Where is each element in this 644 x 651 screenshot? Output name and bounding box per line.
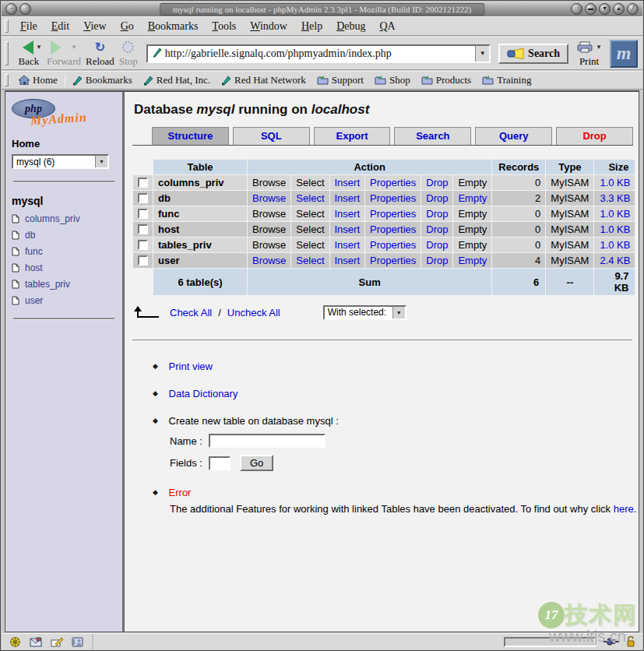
menu-window[interactable]: Window [243, 19, 294, 34]
table-name-input[interactable] [209, 434, 326, 448]
menu-tools[interactable]: Tools [205, 19, 243, 34]
back-button[interactable]: ▼ Back [13, 39, 44, 69]
menu-qa[interactable]: QA [372, 19, 402, 34]
drop-link[interactable]: Drop [426, 192, 448, 204]
insert-link[interactable]: Insert [335, 239, 361, 251]
go-button[interactable]: Go [240, 455, 273, 471]
window-shade-icon[interactable]: ▬ [585, 3, 596, 15]
sidebar-item-tables_priv[interactable]: tables_priv [12, 279, 116, 290]
tab-structure[interactable]: Structure [152, 127, 229, 145]
search-button[interactable]: Search [498, 44, 568, 64]
personal-toolbar-grippy[interactable] [5, 74, 9, 87]
drop-link[interactable]: Drop [426, 208, 448, 220]
forward-button[interactable]: ▼ Forward [44, 39, 83, 69]
drop-link[interactable]: Drop [426, 223, 448, 235]
menu-bookmarks[interactable]: Bookmarks [141, 19, 206, 34]
print-view-link[interactable]: Print view [169, 361, 213, 372]
drop-link[interactable]: Drop [426, 239, 448, 251]
tab-export[interactable]: Export [314, 127, 391, 145]
menubar-grippy[interactable] [5, 19, 9, 33]
drop-link[interactable]: Drop [426, 177, 448, 188]
row-checkbox[interactable] [138, 178, 148, 188]
menu-edit[interactable]: Edit [44, 19, 76, 34]
insert-link[interactable]: Insert [335, 177, 361, 188]
properties-link[interactable]: Properties [370, 192, 416, 204]
bookmark-home[interactable]: Home [13, 72, 63, 89]
browse-link[interactable]: Browse [252, 255, 286, 266]
bookmark-redhat-inc[interactable]: Red Hat, Inc. [138, 72, 216, 89]
window-raise-icon[interactable]: ▲ [613, 3, 625, 15]
properties-link[interactable]: Properties [370, 223, 416, 235]
menu-view[interactable]: View [76, 19, 114, 34]
security-lock-icon[interactable] [625, 636, 636, 647]
uncheck-all-link[interactable]: Uncheck All [227, 307, 280, 318]
online-plug-icon[interactable] [604, 637, 619, 646]
forward-dropdown-icon[interactable]: ▼ [71, 44, 77, 51]
window-lower-icon[interactable]: ▼ [599, 3, 611, 15]
size-link[interactable]: 1.0 KB [600, 239, 630, 251]
properties-link[interactable]: Properties [370, 255, 416, 266]
address-book-icon[interactable] [72, 637, 83, 647]
composer-icon[interactable] [51, 637, 63, 647]
sidebar-item-columns_priv[interactable]: columns_priv [12, 213, 116, 224]
tab-drop[interactable]: Drop [556, 127, 633, 145]
menu-file[interactable]: File [13, 19, 44, 34]
select-link[interactable]: Select [296, 192, 324, 204]
with-selected-select[interactable]: With selected: ▼ [323, 305, 406, 320]
sidebar-item-func[interactable]: func [12, 246, 116, 257]
bookmark-bookmarks[interactable]: Bookmarks [67, 72, 138, 89]
insert-link[interactable]: Insert [335, 255, 361, 266]
fields-count-input[interactable] [209, 456, 231, 470]
row-checkbox[interactable] [138, 240, 148, 250]
row-checkbox[interactable] [138, 193, 148, 203]
drop-link[interactable]: Drop [426, 255, 448, 266]
sidebar-item-db[interactable]: db [12, 230, 116, 241]
tab-sql[interactable]: SQL [233, 127, 310, 145]
database-select[interactable]: mysql (6) ▼ [12, 154, 109, 169]
stop-button[interactable]: Stop [117, 39, 140, 69]
menu-debug[interactable]: Debug [329, 19, 372, 34]
window-maximize-icon[interactable]: ∷ [571, 3, 582, 15]
properties-link[interactable]: Properties [370, 208, 416, 220]
row-checkbox[interactable] [138, 255, 148, 266]
menu-help[interactable]: Help [294, 19, 329, 34]
properties-link[interactable]: Properties [370, 239, 416, 251]
data-dictionary-link[interactable]: Data Dictionary [169, 388, 238, 399]
size-link[interactable]: 2.4 KB [600, 255, 630, 266]
browse-link[interactable]: Browse [252, 192, 286, 204]
print-dropdown-icon[interactable]: ▼ [596, 44, 602, 51]
bookmark-shop[interactable]: Shop [369, 72, 416, 89]
bookmark-redhat-network[interactable]: Red Hat Network [216, 72, 311, 89]
tab-search[interactable]: Search [394, 127, 471, 145]
size-link[interactable]: 1.0 KB [600, 223, 630, 235]
size-link[interactable]: 3.3 KB [600, 192, 630, 204]
check-all-link[interactable]: Check All [170, 307, 212, 318]
phpmyadmin-logo[interactable]: php MyAdmin [12, 99, 97, 130]
empty-link[interactable]: Empty [458, 255, 487, 266]
reload-button[interactable]: ↻ Reload [83, 39, 117, 69]
row-checkbox[interactable] [138, 224, 148, 234]
error-here-link[interactable]: here [614, 503, 634, 515]
properties-link[interactable]: Properties [370, 177, 416, 188]
tab-query[interactable]: Query [475, 127, 552, 145]
url-bar[interactable]: http://gabrielle.signalq.com/phpmyadmin/… [146, 44, 491, 63]
menu-go[interactable]: Go [114, 19, 141, 34]
empty-link[interactable]: Empty [458, 192, 487, 204]
insert-link[interactable]: Insert [335, 223, 361, 235]
sidebar-item-user[interactable]: user [12, 295, 116, 306]
bookmark-products[interactable]: Products [416, 72, 477, 89]
insert-link[interactable]: Insert [335, 208, 361, 220]
size-link[interactable]: 1.0 KB [600, 208, 630, 220]
insert-link[interactable]: Insert [335, 192, 361, 204]
back-dropdown-icon[interactable]: ▼ [36, 44, 42, 51]
url-input[interactable]: http://gabrielle.signalq.com/phpmyadmin/… [165, 48, 475, 60]
mail-icon[interactable] [30, 637, 42, 647]
select-link[interactable]: Select [296, 255, 324, 266]
mozilla-logo[interactable]: m [610, 40, 638, 68]
window-menu-button[interactable]: − [5, 3, 17, 15]
sidebar-item-host[interactable]: host [12, 262, 116, 273]
print-button[interactable]: ▼ Print [576, 40, 602, 68]
url-dropdown-icon[interactable]: ▼ [475, 46, 489, 62]
row-checkbox[interactable] [138, 209, 148, 219]
window-options-button[interactable]: · [19, 3, 31, 15]
